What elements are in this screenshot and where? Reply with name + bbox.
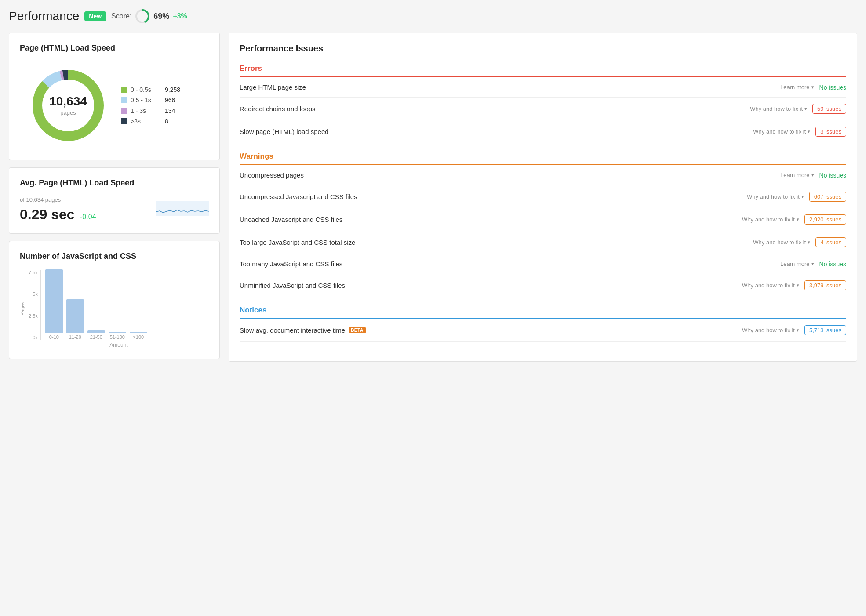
new-badge: New — [84, 11, 106, 21]
legend-label: 1 - 3s — [131, 107, 157, 114]
section-header-errors: Errors — [240, 64, 846, 77]
load-speed-card: Page (HTML) Load Speed 10,634 — [9, 33, 220, 160]
bars-container: 0-10 11-20 21-50 51-100 >100 — [40, 270, 209, 340]
issues-count-badge[interactable]: 3,979 issues — [804, 280, 846, 290]
chevron-down-icon: ▾ — [811, 84, 814, 90]
section-header-notices: Notices — [240, 306, 846, 319]
avg-value-row: 0.29 sec -0.04 — [20, 207, 96, 223]
issue-right: Why and how to fix it ▾4 issues — [753, 237, 846, 247]
avg-card-content: of 10,634 pages 0.29 sec -0.04 — [20, 196, 209, 223]
bar — [130, 332, 147, 333]
donut-center: 10,634 pages — [49, 95, 87, 116]
issues-sections: ErrorsLarge HTML page sizeLearn more ▾No… — [240, 64, 846, 342]
issue-row: Unminified JavaScript and CSS filesWhy a… — [240, 274, 846, 297]
no-issues-badge: No issues — [819, 172, 846, 179]
score-area: Score: 69% +3% — [111, 9, 187, 24]
issue-right: Learn more ▾No issues — [780, 172, 846, 179]
issue-right: Why and how to fix it ▾3,979 issues — [742, 280, 846, 290]
svg-rect-6 — [156, 201, 209, 216]
issue-row: Uncompressed pagesLearn more ▾No issues — [240, 165, 846, 185]
avg-card-left: of 10,634 pages 0.29 sec -0.04 — [20, 196, 96, 223]
chevron-down-icon: ▾ — [797, 283, 799, 288]
x-axis-title: Amount — [29, 342, 209, 348]
legend-value: 966 — [165, 97, 175, 104]
section-header-warnings: Warnings — [240, 152, 846, 165]
legend-value: 8 — [165, 118, 168, 125]
issues-count-badge[interactable]: 59 issues — [812, 104, 846, 114]
donut-label: pages — [49, 109, 87, 116]
bar-x-label: >100 — [133, 334, 144, 340]
issues-count-badge[interactable]: 607 issues — [809, 192, 846, 202]
issue-link[interactable]: Why and how to fix it ▾ — [747, 193, 804, 200]
no-issues-badge: No issues — [819, 84, 846, 91]
bar-x-label: 0-10 — [49, 334, 59, 340]
chevron-down-icon: ▾ — [797, 217, 799, 222]
issue-name: Slow page (HTML) load speed — [240, 128, 329, 135]
issues-count-badge[interactable]: 4 issues — [815, 237, 846, 247]
issue-row: Slow page (HTML) load speedWhy and how t… — [240, 120, 846, 143]
section-warnings: WarningsUncompressed pagesLearn more ▾No… — [240, 152, 846, 297]
bar — [45, 269, 63, 333]
issue-name: Uncompressed Javascript and CSS files — [240, 193, 357, 200]
chevron-down-icon: ▾ — [797, 327, 799, 333]
sparkline-svg — [156, 199, 209, 221]
donut-chart: 10,634 pages — [29, 66, 108, 145]
issue-link[interactable]: Learn more ▾ — [780, 261, 814, 267]
legend-label: 0 - 0.5s — [131, 86, 157, 93]
issue-row: Redirect chains and loopsWhy and how to … — [240, 98, 846, 120]
issue-link[interactable]: Why and how to fix it ▾ — [753, 128, 810, 135]
issue-right: Why and how to fix it ▾59 issues — [750, 104, 846, 114]
issue-link[interactable]: Why and how to fix it ▾ — [742, 216, 799, 223]
sparkline-chart — [156, 199, 209, 221]
issues-count-badge[interactable]: 3 issues — [815, 127, 846, 137]
bar-x-label: 51-100 — [110, 334, 125, 340]
chevron-down-icon: ▾ — [804, 106, 807, 112]
issue-name: Too many JavaScript and CSS files — [240, 260, 342, 268]
avg-load-title: Avg. Page (HTML) Load Speed — [20, 178, 209, 188]
legend-color-swatch — [121, 87, 127, 93]
legend-color-swatch — [121, 108, 127, 114]
donut-section: 10,634 pages 0 - 0.5s 9,258 0.5 - 1s 966… — [20, 62, 209, 149]
y-label: 2.5k — [29, 313, 38, 319]
avg-load-card: Avg. Page (HTML) Load Speed of 10,634 pa… — [9, 167, 220, 234]
bar-x-label: 21-50 — [90, 334, 102, 340]
legend: 0 - 0.5s 9,258 0.5 - 1s 966 1 - 3s 134 >… — [121, 86, 180, 125]
issue-link[interactable]: Why and how to fix it ▾ — [742, 282, 799, 289]
donut-number: 10,634 — [49, 95, 87, 108]
left-panel: Page (HTML) Load Speed 10,634 — [9, 33, 220, 359]
bar-x-label: 11-20 — [69, 334, 81, 340]
bar-group: 0-10 — [45, 269, 63, 340]
no-issues-badge: No issues — [819, 261, 846, 268]
bar-group: 11-20 — [66, 299, 84, 340]
legend-item: >3s 8 — [121, 118, 180, 125]
issue-row: Too large JavaScript and CSS total sizeW… — [240, 231, 846, 254]
issue-right: Why and how to fix it ▾2,920 issues — [742, 214, 846, 225]
section-notices: NoticesSlow avg. document interactive ti… — [240, 306, 846, 342]
chevron-down-icon: ▾ — [808, 239, 810, 245]
issues-card: Performance Issues ErrorsLarge HTML page… — [229, 33, 857, 362]
issue-link[interactable]: Why and how to fix it ▾ — [753, 239, 810, 246]
issues-count-badge[interactable]: 5,713 issues — [804, 325, 846, 335]
chevron-down-icon: ▾ — [808, 129, 810, 134]
issue-name: Large HTML page size — [240, 83, 306, 91]
js-css-card: Number of JavaScript and CSS Pages 7.5k5… — [9, 241, 220, 359]
chevron-down-icon: ▾ — [811, 261, 814, 267]
legend-color-swatch — [121, 97, 127, 103]
load-speed-title: Page (HTML) Load Speed — [20, 43, 209, 53]
bar-group: 21-50 — [87, 330, 105, 340]
issue-link[interactable]: Why and how to fix it ▾ — [750, 105, 807, 112]
issue-link[interactable]: Learn more ▾ — [780, 84, 814, 91]
issue-row: Large HTML page sizeLearn more ▾No issue… — [240, 77, 846, 98]
chevron-down-icon: ▾ — [801, 194, 804, 199]
issue-link[interactable]: Learn more ▾ — [780, 172, 814, 178]
legend-label: >3s — [131, 118, 157, 125]
bar-group: >100 — [130, 332, 147, 340]
issue-link[interactable]: Why and how to fix it ▾ — [742, 327, 799, 333]
bar-group: 51-100 — [109, 332, 126, 340]
issue-row: Uncached Javascript and CSS filesWhy and… — [240, 208, 846, 231]
legend-item: 0.5 - 1s 966 — [121, 97, 180, 104]
score-change: +3% — [173, 12, 187, 20]
y-label: 5k — [29, 291, 38, 297]
issues-count-badge[interactable]: 2,920 issues — [804, 214, 846, 225]
legend-value: 9,258 — [165, 86, 180, 93]
